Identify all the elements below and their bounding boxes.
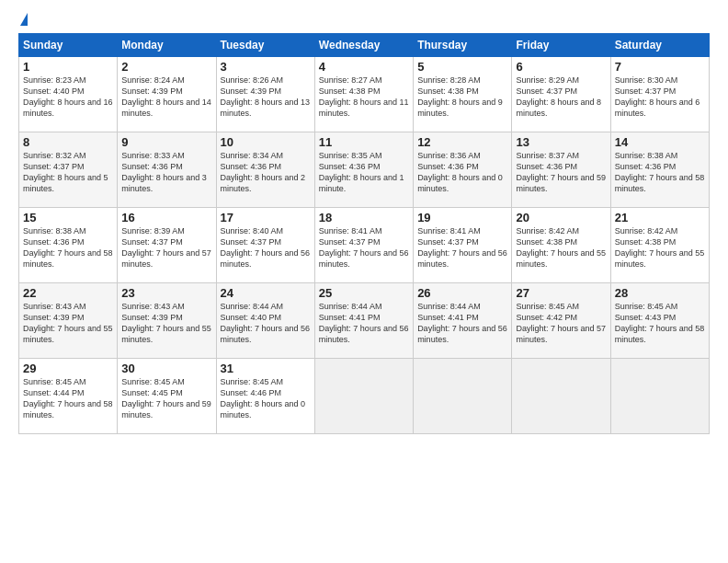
day-info: Sunrise: 8:27 AMSunset: 4:38 PMDaylight:… (319, 75, 409, 120)
day-number: 19 (417, 211, 507, 224)
calendar-table: SundayMondayTuesdayWednesdayThursdayFrid… (18, 33, 710, 434)
day-number: 3 (221, 60, 311, 74)
calendar-week-row: 1Sunrise: 8:23 AMSunset: 4:40 PMDaylight… (19, 57, 710, 132)
calendar-day-cell: 10Sunrise: 8:34 AMSunset: 4:36 PMDayligh… (216, 132, 314, 208)
day-number: 30 (121, 362, 211, 375)
calendar-day-cell: 29Sunrise: 8:45 AMSunset: 4:44 PMDayligh… (19, 359, 118, 434)
day-info: Sunrise: 8:45 AMSunset: 4:45 PMDaylight:… (121, 376, 211, 421)
day-info: Sunrise: 8:45 AMSunset: 4:44 PMDaylight:… (23, 376, 113, 421)
day-info: Sunrise: 8:36 AMSunset: 4:36 PMDaylight:… (417, 150, 507, 195)
day-number: 12 (417, 135, 507, 149)
day-info: Sunrise: 8:38 AMSunset: 4:36 PMDaylight:… (23, 225, 113, 270)
calendar-day-cell: 25Sunrise: 8:44 AMSunset: 4:41 PMDayligh… (314, 283, 413, 359)
day-info: Sunrise: 8:30 AMSunset: 4:37 PMDaylight:… (615, 75, 705, 120)
day-number: 31 (221, 362, 311, 375)
day-number: 17 (221, 211, 311, 224)
day-info: Sunrise: 8:26 AMSunset: 4:39 PMDaylight:… (221, 75, 311, 120)
day-info: Sunrise: 8:41 AMSunset: 4:37 PMDaylight:… (417, 225, 507, 270)
calendar-day-cell: 31Sunrise: 8:45 AMSunset: 4:46 PMDayligh… (216, 359, 314, 434)
calendar-day-cell: 7Sunrise: 8:30 AMSunset: 4:37 PMDaylight… (610, 57, 709, 132)
day-number: 11 (319, 135, 409, 149)
day-info: Sunrise: 8:28 AMSunset: 4:38 PMDaylight:… (417, 75, 507, 120)
day-number: 4 (319, 60, 409, 74)
calendar-day-cell: 8Sunrise: 8:32 AMSunset: 4:37 PMDaylight… (19, 132, 118, 208)
day-info: Sunrise: 8:43 AMSunset: 4:39 PMDaylight:… (23, 301, 113, 346)
day-info: Sunrise: 8:45 AMSunset: 4:43 PMDaylight:… (615, 301, 705, 346)
day-info: Sunrise: 8:40 AMSunset: 4:37 PMDaylight:… (221, 225, 311, 270)
calendar-day-cell (512, 359, 610, 434)
calendar-day-cell: 23Sunrise: 8:43 AMSunset: 4:39 PMDayligh… (118, 283, 216, 359)
calendar-day-header: Monday (118, 34, 216, 57)
calendar-day-cell: 3Sunrise: 8:26 AMSunset: 4:39 PMDaylight… (216, 57, 314, 132)
calendar-day-cell: 28Sunrise: 8:45 AMSunset: 4:43 PMDayligh… (610, 283, 709, 359)
day-info: Sunrise: 8:24 AMSunset: 4:39 PMDaylight:… (121, 75, 211, 120)
day-info: Sunrise: 8:44 AMSunset: 4:41 PMDaylight:… (319, 301, 409, 346)
day-number: 25 (319, 286, 409, 300)
day-number: 8 (23, 135, 113, 149)
calendar-day-cell: 6Sunrise: 8:29 AMSunset: 4:37 PMDaylight… (512, 57, 610, 132)
day-number: 24 (221, 286, 311, 300)
day-info: Sunrise: 8:41 AMSunset: 4:37 PMDaylight:… (319, 225, 409, 270)
day-number: 1 (23, 60, 113, 74)
day-info: Sunrise: 8:42 AMSunset: 4:38 PMDaylight:… (615, 225, 705, 270)
calendar-header-row: SundayMondayTuesdayWednesdayThursdayFrid… (19, 34, 710, 57)
day-number: 29 (23, 362, 113, 375)
day-number: 14 (615, 135, 705, 149)
day-number: 21 (615, 211, 705, 224)
calendar-week-row: 15Sunrise: 8:38 AMSunset: 4:36 PMDayligh… (19, 208, 710, 283)
day-info: Sunrise: 8:29 AMSunset: 4:37 PMDaylight:… (516, 75, 606, 120)
calendar-day-cell (314, 359, 413, 434)
day-info: Sunrise: 8:23 AMSunset: 4:40 PMDaylight:… (23, 75, 113, 120)
page-header (18, 17, 710, 26)
calendar-day-cell: 16Sunrise: 8:39 AMSunset: 4:37 PMDayligh… (118, 208, 216, 283)
calendar-day-cell: 1Sunrise: 8:23 AMSunset: 4:40 PMDaylight… (19, 57, 118, 132)
day-info: Sunrise: 8:39 AMSunset: 4:37 PMDaylight:… (121, 225, 211, 270)
day-info: Sunrise: 8:32 AMSunset: 4:37 PMDaylight:… (23, 150, 113, 195)
day-number: 26 (417, 286, 507, 300)
calendar-day-header: Friday (512, 34, 610, 57)
day-number: 5 (417, 60, 507, 74)
calendar-day-cell: 20Sunrise: 8:42 AMSunset: 4:38 PMDayligh… (512, 208, 610, 283)
calendar-day-header: Saturday (610, 34, 709, 57)
day-info: Sunrise: 8:34 AMSunset: 4:36 PMDaylight:… (221, 150, 311, 195)
calendar-day-cell: 9Sunrise: 8:33 AMSunset: 4:36 PMDaylight… (118, 132, 216, 208)
calendar-day-cell: 12Sunrise: 8:36 AMSunset: 4:36 PMDayligh… (414, 132, 512, 208)
calendar-day-cell: 22Sunrise: 8:43 AMSunset: 4:39 PMDayligh… (19, 283, 118, 359)
day-number: 2 (121, 60, 211, 74)
calendar-day-cell: 4Sunrise: 8:27 AMSunset: 4:38 PMDaylight… (314, 57, 413, 132)
calendar-day-header: Thursday (414, 34, 512, 57)
day-number: 6 (516, 60, 606, 74)
day-number: 28 (615, 286, 705, 300)
day-info: Sunrise: 8:42 AMSunset: 4:38 PMDaylight:… (516, 225, 606, 270)
calendar-day-header: Wednesday (314, 34, 413, 57)
day-info: Sunrise: 8:45 AMSunset: 4:46 PMDaylight:… (221, 376, 311, 421)
day-number: 7 (615, 60, 705, 74)
day-info: Sunrise: 8:38 AMSunset: 4:36 PMDaylight:… (615, 150, 705, 195)
calendar-page: SundayMondayTuesdayWednesdayThursdayFrid… (0, 0, 728, 563)
calendar-day-cell: 24Sunrise: 8:44 AMSunset: 4:40 PMDayligh… (216, 283, 314, 359)
calendar-day-cell: 21Sunrise: 8:42 AMSunset: 4:38 PMDayligh… (610, 208, 709, 283)
calendar-day-header: Tuesday (216, 34, 314, 57)
day-info: Sunrise: 8:35 AMSunset: 4:36 PMDaylight:… (319, 150, 409, 195)
day-number: 9 (121, 135, 211, 149)
calendar-day-cell: 13Sunrise: 8:37 AMSunset: 4:36 PMDayligh… (512, 132, 610, 208)
calendar-day-cell: 30Sunrise: 8:45 AMSunset: 4:45 PMDayligh… (118, 359, 216, 434)
calendar-day-cell (610, 359, 709, 434)
day-info: Sunrise: 8:45 AMSunset: 4:42 PMDaylight:… (516, 301, 606, 346)
calendar-day-cell: 26Sunrise: 8:44 AMSunset: 4:41 PMDayligh… (414, 283, 512, 359)
calendar-day-header: Sunday (19, 34, 118, 57)
logo-triangle-icon (20, 13, 28, 26)
calendar-day-cell (414, 359, 512, 434)
calendar-day-cell: 14Sunrise: 8:38 AMSunset: 4:36 PMDayligh… (610, 132, 709, 208)
logo (18, 17, 28, 26)
day-number: 15 (23, 211, 113, 224)
day-number: 20 (516, 211, 606, 224)
calendar-week-row: 29Sunrise: 8:45 AMSunset: 4:44 PMDayligh… (19, 359, 710, 434)
calendar-day-cell: 5Sunrise: 8:28 AMSunset: 4:38 PMDaylight… (414, 57, 512, 132)
day-info: Sunrise: 8:37 AMSunset: 4:36 PMDaylight:… (516, 150, 606, 195)
calendar-day-cell: 19Sunrise: 8:41 AMSunset: 4:37 PMDayligh… (414, 208, 512, 283)
day-number: 27 (516, 286, 606, 300)
day-number: 22 (23, 286, 113, 300)
calendar-body: 1Sunrise: 8:23 AMSunset: 4:40 PMDaylight… (19, 57, 710, 434)
calendar-day-cell: 18Sunrise: 8:41 AMSunset: 4:37 PMDayligh… (314, 208, 413, 283)
